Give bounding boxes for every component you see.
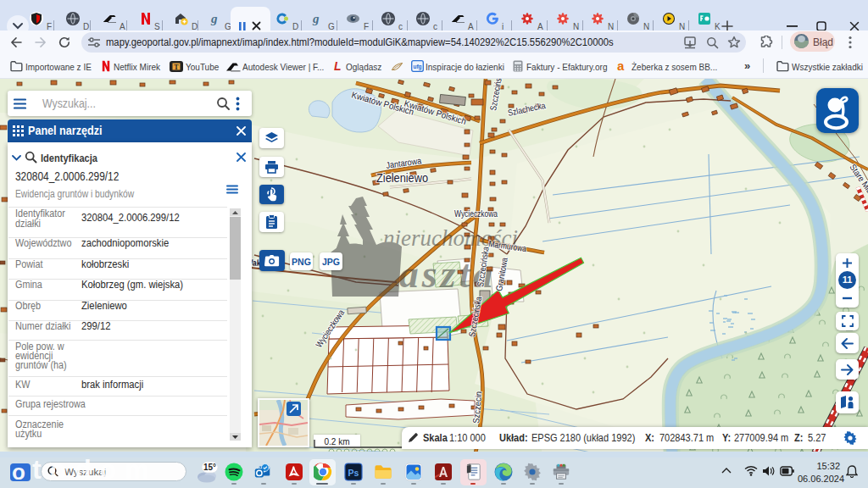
svg-text:15°: 15° — [203, 463, 216, 472]
svg-text:T: T — [174, 64, 179, 71]
svg-text:Zieleniewo: Zieleniewo — [376, 171, 428, 185]
svg-text:Ps: Ps — [348, 468, 359, 478]
svg-text:ufg: ufg — [413, 64, 421, 70]
svg-text:g: g — [312, 12, 320, 25]
svg-text:g: g — [210, 12, 218, 25]
svg-text:Wycieczkowa: Wycieczkowa — [454, 208, 498, 219]
